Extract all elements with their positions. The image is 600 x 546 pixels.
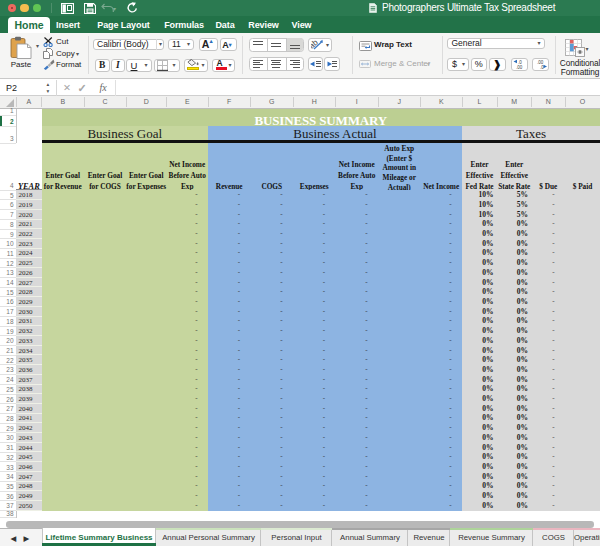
svg-text:.00: .00	[516, 65, 523, 70]
